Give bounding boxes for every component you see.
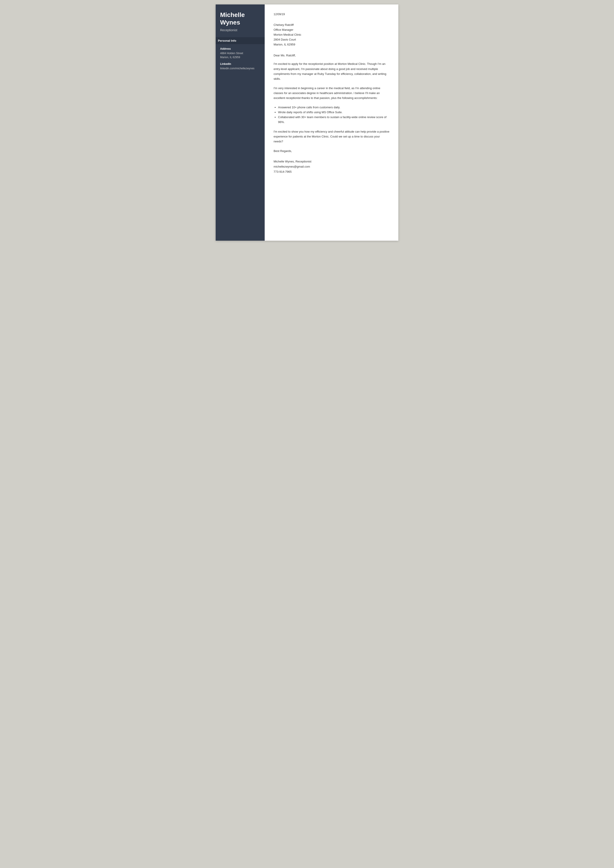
address-line1: 4884 Holden Street [220, 52, 243, 55]
applicant-title: Receptionist [220, 28, 260, 32]
closing-block: Best Regards, Michelle Wynes, Receptioni… [274, 148, 389, 174]
address-label: Address [220, 47, 260, 50]
personal-info-header: Personal Info [216, 37, 265, 44]
recipient-address1: 2804 Davis Court [274, 37, 389, 42]
signature-phone: 773-914-7965 [274, 169, 389, 174]
bullet-3: Collaborated with 30+ team members to su… [278, 115, 389, 124]
recipient-company: Morton Medical Clinic [274, 32, 389, 37]
address-line2: Marion, IL 62959 [220, 56, 240, 59]
recipient-block: Chelsey Ratcliff Office Manager Morton M… [274, 23, 389, 47]
bullet-1: Answered 10+ phone calls from customers … [278, 105, 389, 110]
paragraph-2: I'm very interested in beginning a caree… [274, 86, 389, 101]
signature-email: michellezwynes@gmail.com [274, 164, 389, 169]
bullet-2: Wrote daily reports of shifts using MS O… [278, 110, 389, 115]
signature-name: Michelle Wynes, Receptionist [274, 159, 389, 164]
recipient-title: Office Manager [274, 27, 389, 32]
recipient-name: Chelsey Ratcliff [274, 23, 389, 27]
applicant-name: Michelle Wynes [220, 11, 260, 26]
accomplishments-list: Answered 10+ phone calls from customers … [278, 105, 389, 124]
paragraph-3: I'm excited to show you how my efficienc… [274, 129, 389, 144]
recipient-address2: Marion, IL 62959 [274, 42, 389, 47]
linkedin-label: LinkedIn [220, 62, 260, 65]
closing-salutation: Best Regards, [274, 148, 389, 154]
address-value: 4884 Holden Street Marion, IL 62959 [220, 51, 260, 59]
document: Michelle Wynes Receptionist Personal Inf… [216, 5, 398, 241]
letter-body: I'm excited to apply for the receptionis… [274, 62, 389, 144]
linkedin-value: linkedin.com/michellezwynes [220, 67, 260, 70]
paragraph-1: I'm excited to apply for the receptionis… [274, 62, 389, 81]
main-content: 12/09/19 Chelsey Ratcliff Office Manager… [265, 5, 398, 241]
sidebar: Michelle Wynes Receptionist Personal Inf… [216, 5, 265, 241]
salutation: Dear Ms. Ratcliff, [274, 54, 389, 57]
letter-date: 12/09/19 [274, 12, 389, 16]
